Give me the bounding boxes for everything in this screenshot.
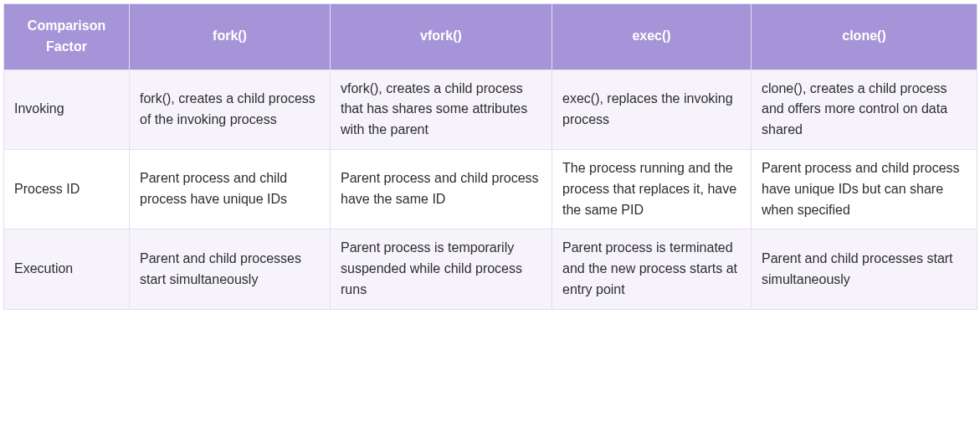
- cell-clone: clone(), creates a child process and off…: [752, 70, 977, 149]
- cell-clone: Parent and child processes start simulta…: [752, 229, 977, 309]
- header-exec: exec(): [552, 4, 752, 70]
- cell-vfork: Parent process is temporarily suspended …: [331, 229, 552, 309]
- table-row: Invoking fork(), creates a child process…: [4, 70, 977, 149]
- cell-fork: Parent and child processes start simulta…: [130, 229, 331, 309]
- header-clone: clone(): [752, 4, 977, 70]
- header-row: Comparison Factor fork() vfork() exec() …: [4, 4, 977, 70]
- cell-fork: Parent process and child process have un…: [130, 149, 331, 229]
- cell-factor: Invoking: [4, 70, 130, 149]
- cell-exec: The process running and the process that…: [552, 149, 752, 229]
- cell-vfork: Parent process and child process have th…: [331, 149, 552, 229]
- header-vfork: vfork(): [331, 4, 552, 70]
- header-fork: fork(): [130, 4, 331, 70]
- cell-clone: Parent process and child process have un…: [752, 149, 977, 229]
- table-row: Execution Parent and child processes sta…: [4, 229, 977, 309]
- header-factor: Comparison Factor: [4, 4, 130, 70]
- cell-exec: exec(), replaces the invoking process: [552, 70, 752, 149]
- cell-exec: Parent process is terminated and the new…: [552, 229, 752, 309]
- cell-vfork: vfork(), creates a child process that ha…: [331, 70, 552, 149]
- comparison-table: Comparison Factor fork() vfork() exec() …: [3, 3, 977, 310]
- cell-factor: Execution: [4, 229, 130, 309]
- cell-factor: Process ID: [4, 149, 130, 229]
- table-row: Process ID Parent process and child proc…: [4, 149, 977, 229]
- cell-fork: fork(), creates a child process of the i…: [130, 70, 331, 149]
